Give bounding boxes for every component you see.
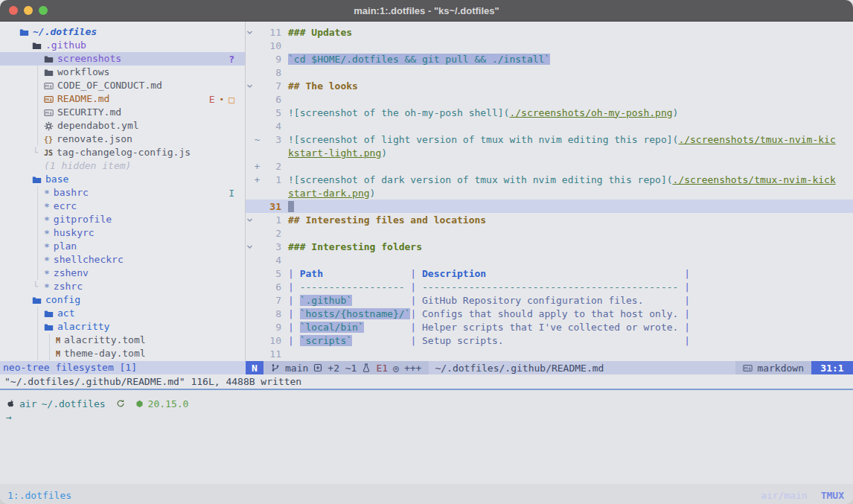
star-icon: * — [44, 228, 50, 239]
cursor-position-badge: 31:1 — [811, 361, 853, 374]
tree-item[interactable]: {}renovate.json — [0, 133, 245, 146]
star-icon: * — [44, 188, 50, 199]
shell-pane[interactable]: air ~/.dotfiles 20.15.0 → — [0, 390, 853, 484]
tree-item[interactable]: Mtheme-day.toml — [0, 347, 245, 360]
star-icon: * — [44, 281, 50, 293]
tree-item[interactable]: *plan — [0, 240, 245, 253]
tree-item[interactable]: screenshots? — [0, 52, 245, 66]
neo-tree-panel: ~/.dotfiles.githubscreenshots?workflowsC… — [0, 22, 246, 361]
tree-item-label: alacritty — [57, 320, 109, 334]
editor-line[interactable]: 9| `local/bin` | Helper scripts that I'v… — [246, 320, 853, 334]
tree-item-label: theme-day.toml — [64, 347, 146, 360]
status-row: neo-tree filesystem [1] N main +2 ~1 E1 … — [0, 361, 853, 374]
file-tree: ~/.dotfiles.githubscreenshots?workflowsC… — [0, 25, 245, 360]
prompt-path: ~/.dotfiles — [41, 398, 105, 409]
editor-line[interactable]: +2 — [246, 159, 853, 173]
tree-item[interactable]: config — [0, 293, 245, 307]
tree-item[interactable]: └JStag-changelog-config.js — [0, 146, 245, 159]
fold-chevron-icon[interactable] — [246, 29, 253, 36]
editor-line[interactable]: 6 — [246, 92, 853, 106]
editor-line[interactable]: 8 — [246, 66, 853, 79]
vim-command-line-message: "~/.dotfiles/.github/README.md" 116L, 44… — [0, 374, 853, 389]
tree-item[interactable]: base — [0, 173, 245, 186]
folder-icon — [44, 309, 54, 319]
prompt-arrow: → — [6, 412, 12, 423]
editor-line[interactable]: 10 — [246, 39, 853, 52]
editor-line[interactable]: 4 — [246, 119, 853, 133]
tree-item-label: workflows — [57, 66, 109, 79]
editor-line[interactable]: kstart-light.png) — [246, 146, 853, 159]
toml-icon: M — [56, 336, 60, 345]
editor-line[interactable]: 11 — [246, 347, 853, 360]
editor-line[interactable]: 4 — [246, 253, 853, 267]
editor-buffer[interactable]: 11### Updates109`cd $HOME/.dotfiles && g… — [246, 22, 853, 361]
tree-item[interactable]: act — [0, 307, 245, 320]
tree-item-label: zshrc — [54, 280, 83, 293]
md-icon — [44, 81, 54, 91]
tree-item-label: screenshots — [57, 52, 121, 66]
tree-item-label: config — [45, 293, 80, 307]
editor-line[interactable]: 10| `scripts` | Setup scripts. | — [246, 334, 853, 347]
tree-item[interactable]: dependabot.yml — [0, 119, 245, 133]
braces-icon: {} — [44, 135, 53, 144]
lualine-statusline: N main +2 ~1 E1 ◎+++ ~/.dotfiles/.github… — [246, 361, 853, 374]
prompt-arrow-line[interactable]: → — [0, 410, 853, 424]
lualine-section-b: main +2 ~1 E1 ◎+++ — [263, 361, 429, 374]
tree-item[interactable]: *huskyrc — [0, 226, 245, 240]
tree-item[interactable]: *gitprofile — [0, 213, 245, 226]
fold-chevron-icon[interactable] — [246, 243, 253, 250]
tmux-window-item[interactable]: 1:.dotfiles — [7, 490, 71, 501]
tmux-session-name: air/main — [761, 490, 808, 501]
folder-icon — [44, 68, 54, 77]
editor-line[interactable]: 1## Interesting files and locations — [246, 213, 853, 226]
tree-item[interactable]: ~/.dotfiles — [0, 25, 245, 39]
editor-line[interactable]: 11### Updates — [246, 25, 853, 39]
tree-item[interactable]: *ecrc — [0, 200, 245, 213]
node-hexagon-icon — [135, 400, 144, 408]
star-icon: * — [44, 268, 50, 279]
tree-item[interactable]: └*zshrc — [0, 280, 245, 293]
editor-line[interactable]: 8| `hosts/{hostname}/`| Configs that sho… — [246, 307, 853, 320]
editor-line[interactable]: 9`cd $HOME/.dotfiles && git pull && ./in… — [246, 52, 853, 66]
tree-item[interactable]: (1 hidden item) — [0, 159, 245, 173]
diagnostics-count: E1 — [376, 363, 388, 374]
editor-line[interactable]: ~3![screenshot of light version of tmux … — [246, 133, 853, 146]
git-branch-icon — [271, 363, 280, 372]
editor-line[interactable]: +1![screenshot of dark version of tmux w… — [246, 173, 853, 186]
editor-line[interactable]: 5![screenshot of the oh-my-posh shell](.… — [246, 106, 853, 119]
tree-item[interactable]: *shellcheckrc — [0, 253, 245, 267]
diagnostics-flask-icon — [362, 363, 371, 372]
tree-item-label: alacritty.toml — [64, 334, 146, 347]
editor-line[interactable]: 5| Path | Description | — [246, 267, 853, 280]
tree-item-badges: ? — [229, 54, 234, 65]
tree-item[interactable]: README.mdE•□ — [0, 92, 245, 106]
git-sync-icon — [116, 399, 125, 408]
tree-item[interactable]: .github — [0, 39, 245, 52]
window-title: main:1:.dotfiles - "ks~/.dotfiles" — [0, 5, 853, 16]
editor-line[interactable]: 6| ------------------ | ----------------… — [246, 280, 853, 293]
tree-item[interactable]: alacritty — [0, 320, 245, 334]
editor-line[interactable]: 7| `.github` | GitHub Repository configu… — [246, 293, 853, 307]
tree-item-label: SECURITY.md — [57, 106, 121, 119]
editor-line[interactable]: 3### Interesting folders — [246, 240, 853, 253]
fold-chevron-icon[interactable] — [246, 83, 253, 89]
tree-item[interactable]: *zshenv — [0, 267, 245, 280]
fold-chevron-icon[interactable] — [246, 217, 253, 223]
tree-item[interactable]: SECURITY.md — [0, 106, 245, 119]
tmux-label: TMUX — [821, 490, 844, 501]
filetype-label: markdown — [757, 363, 804, 374]
lsp-extra: +++ — [404, 363, 421, 374]
tree-item[interactable]: Malacritty.toml — [0, 334, 245, 347]
tree-item[interactable]: *bashrcI — [0, 186, 245, 200]
tree-item[interactable]: workflows — [0, 66, 245, 79]
editor-line[interactable]: 31 — [246, 200, 853, 213]
folder-icon — [32, 296, 42, 305]
prompt-host: air — [19, 398, 36, 409]
editor-line[interactable]: 2 — [246, 226, 853, 240]
git-diff-counts: +2 ~1 — [328, 363, 357, 374]
folder-icon — [32, 41, 42, 51]
tree-item[interactable]: CODE_OF_CONDUCT.md — [0, 79, 245, 92]
js-icon: JS — [44, 149, 53, 157]
editor-line[interactable]: 7## The looks — [246, 79, 853, 92]
editor-line[interactable]: start-dark.png) — [246, 186, 853, 200]
